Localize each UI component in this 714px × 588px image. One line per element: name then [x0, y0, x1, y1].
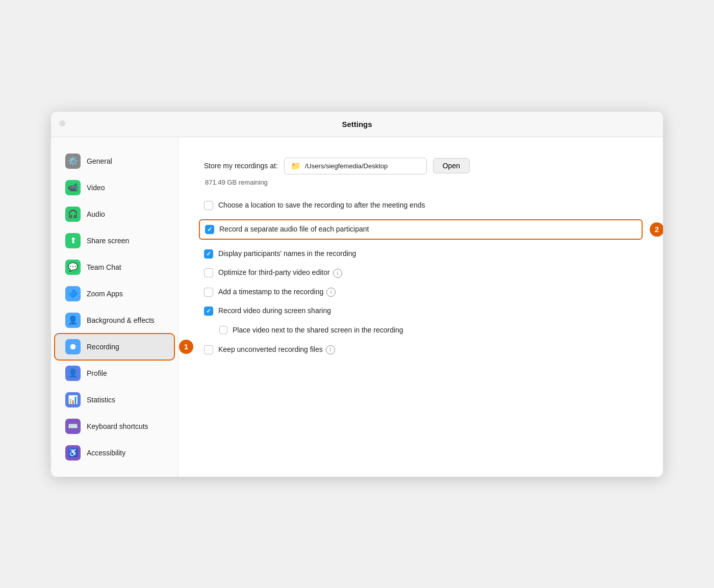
option-text-place-video-next: Place video next to the shared screen in… [233, 325, 403, 336]
keyboard-shortcuts-icon: ⌨️ [65, 419, 81, 434]
option-row-place-video-next: Place video next to the shared screen in… [219, 325, 638, 336]
option-text-optimize-editor: Optimize for third-party video editori [218, 268, 342, 278]
option-text-keep-unconverted: Keep unconverted recording filesi [218, 345, 335, 355]
checkbox-separate-audio[interactable] [205, 225, 214, 234]
settings-window: Settings ⚙️General📹Video🎧Audio⬆Share scr… [51, 112, 663, 477]
sidebar-item-video[interactable]: 📹Video [55, 175, 174, 200]
option-row-choose-location: Choose a location to save the recording … [204, 200, 638, 211]
audio-icon: 🎧 [65, 207, 81, 222]
sidebar-item-recording[interactable]: ⏺Recording1 [55, 334, 174, 360]
zoom-apps-icon: 🔷 [65, 286, 81, 301]
option-row-separate-audio: Record a separate audio file of each par… [199, 219, 643, 240]
traffic-light-close [59, 120, 65, 126]
share-screen-icon: ⬆ [65, 233, 81, 248]
window-title: Settings [342, 120, 372, 129]
checkbox-add-timestamp[interactable] [204, 288, 213, 297]
main-content-area: ⚙️General📹Video🎧Audio⬆Share screen💬Team … [51, 137, 663, 477]
info-icon-optimize-editor[interactable]: i [333, 269, 342, 278]
option-text-display-names: Display participants' names in the recor… [218, 249, 356, 259]
sidebar-item-team-chat[interactable]: 💬Team Chat [55, 254, 174, 280]
general-icon: ⚙️ [65, 154, 81, 169]
sidebar-label-recording: Recording [87, 343, 119, 351]
sidebar-item-keyboard-shortcuts[interactable]: ⌨️Keyboard shortcuts [55, 414, 174, 439]
checkbox-optimize-editor[interactable] [204, 268, 213, 277]
profile-icon: 👤 [65, 366, 81, 381]
option-text-choose-location: Choose a location to save the recording … [218, 200, 425, 211]
sidebar-label-accessibility: Accessibility [87, 449, 125, 457]
info-icon-keep-unconverted[interactable]: i [326, 345, 335, 354]
sidebar: ⚙️General📹Video🎧Audio⬆Share screen💬Team … [51, 137, 178, 477]
accessibility-icon: ♿ [65, 445, 81, 461]
checkbox-place-video-next[interactable] [219, 326, 227, 334]
checkbox-record-screen-sharing[interactable] [204, 306, 213, 316]
checkbox-display-names[interactable] [204, 249, 213, 259]
option-row-optimize-editor: Optimize for third-party video editori [204, 268, 638, 278]
sidebar-label-statistics: Statistics [87, 396, 115, 404]
checkbox-choose-location[interactable] [204, 201, 213, 210]
sidebar-item-general[interactable]: ⚙️General [55, 148, 174, 174]
option-text-record-screen-sharing: Record video during screen sharing [218, 306, 331, 316]
sidebar-label-audio: Audio [87, 210, 105, 218]
open-button[interactable]: Open [433, 158, 470, 173]
option-text-add-timestamp: Add a timestamp to the recordingi [218, 287, 336, 297]
sidebar-label-profile: Profile [87, 369, 107, 377]
sidebar-label-team-chat: Team Chat [87, 263, 121, 271]
sidebar-item-share-screen[interactable]: ⬆Share screen [55, 228, 174, 253]
option-row-add-timestamp: Add a timestamp to the recordingi [204, 287, 638, 297]
sidebar-label-general: General [87, 157, 112, 165]
team-chat-icon: 💬 [65, 260, 81, 275]
storage-label: Store my recordings at: [204, 162, 278, 170]
sidebar-label-zoom-apps: Zoom Apps [87, 290, 123, 298]
badge-separate-audio: 2 [650, 222, 663, 237]
traffic-lights [59, 119, 65, 129]
storage-path-field[interactable]: 📁 /Users/siegfemedia/Desktop [284, 158, 427, 174]
video-icon: 📹 [65, 180, 81, 195]
sidebar-label-share-screen: Share screen [87, 237, 129, 245]
sidebar-label-video: Video [87, 184, 105, 192]
title-bar: Settings [51, 112, 663, 137]
sidebar-item-statistics[interactable]: 📊Statistics [55, 387, 174, 413]
sidebar-item-audio[interactable]: 🎧Audio [55, 201, 174, 227]
path-text: /Users/siegfemedia/Desktop [305, 162, 388, 170]
info-icon-add-timestamp[interactable]: i [326, 288, 336, 297]
statistics-icon: 📊 [65, 392, 81, 407]
sidebar-label-background-effects: Background & effects [87, 316, 155, 324]
storage-row: Store my recordings at: 📁 /Users/siegfem… [204, 158, 638, 174]
sidebar-item-background-effects[interactable]: 👤Background & effects [55, 308, 174, 333]
sidebar-label-keyboard-shortcuts: Keyboard shortcuts [87, 422, 148, 430]
option-row-record-screen-sharing: Record video during screen sharing [204, 306, 638, 316]
sidebar-item-profile[interactable]: 👤Profile [55, 361, 174, 386]
recording-icon: ⏺ [65, 339, 81, 354]
badge-recording: 1 [179, 340, 193, 354]
option-row-keep-unconverted: Keep unconverted recording filesi [204, 345, 638, 355]
background-effects-icon: 👤 [65, 313, 81, 328]
storage-remaining: 871.49 GB remaining [205, 178, 638, 186]
options-container: Choose a location to save the recording … [204, 200, 638, 355]
option-row-display-names: Display participants' names in the recor… [204, 249, 638, 259]
folder-icon: 📁 [291, 161, 301, 171]
sidebar-item-accessibility[interactable]: ♿Accessibility [55, 440, 174, 466]
option-text-separate-audio: Record a separate audio file of each par… [219, 224, 369, 235]
main-panel: Store my recordings at: 📁 /Users/siegfem… [178, 137, 663, 477]
sidebar-item-zoom-apps[interactable]: 🔷Zoom Apps [55, 281, 174, 306]
checkbox-keep-unconverted[interactable] [204, 345, 213, 354]
